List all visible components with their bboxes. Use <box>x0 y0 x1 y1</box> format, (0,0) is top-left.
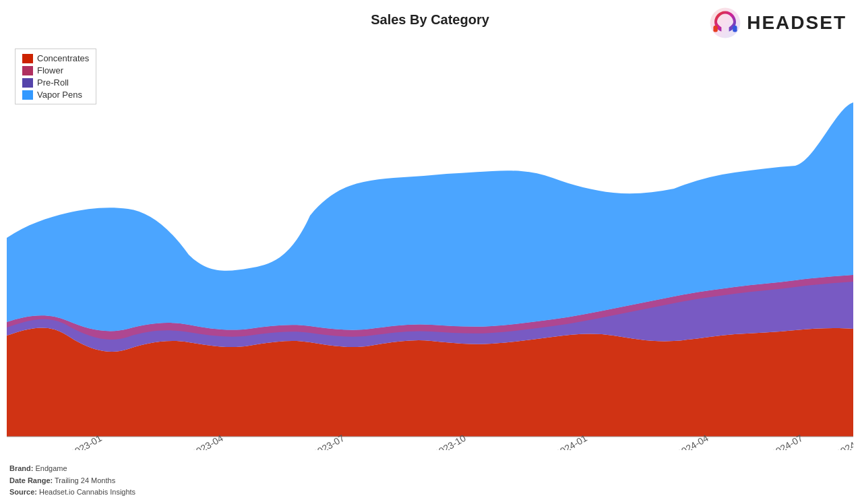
chart-svg-container: 2023-01 2023-04 2023-07 2023-10 2024-01 … <box>7 46 853 450</box>
chart-legend: Concentrates Flower Pre-Roll Vapor Pens <box>15 49 96 104</box>
brand-value: Endgame <box>36 464 67 472</box>
concentrates-label: Concentrates <box>37 53 89 63</box>
brand-line: Brand: Endgame <box>9 463 135 475</box>
legend-item-vaporpens: Vapor Pens <box>22 90 89 100</box>
date-range-label: Date Range: <box>9 476 53 484</box>
source-label: Source: <box>9 488 37 496</box>
source-value: Headset.io Cannabis Insights <box>39 488 135 496</box>
brand-label: Brand: <box>9 464 33 472</box>
source-line: Source: Headset.io Cannabis Insights <box>9 486 135 499</box>
concentrates-swatch <box>22 54 33 63</box>
svg-rect-1 <box>714 26 718 32</box>
logo-area: HEADSET <box>709 7 847 39</box>
headset-logo-icon <box>709 7 741 39</box>
vaporpens-swatch <box>22 90 33 100</box>
legend-item-preroll: Pre-Roll <box>22 77 89 88</box>
area-chart: 2023-01 2023-04 2023-07 2023-10 2024-01 … <box>7 46 853 450</box>
flower-label: Flower <box>37 65 63 75</box>
svg-rect-2 <box>733 26 737 32</box>
preroll-label: Pre-Roll <box>37 77 69 88</box>
footer-info: Brand: Endgame Date Range: Trailing 24 M… <box>9 463 135 499</box>
legend-item-concentrates: Concentrates <box>22 53 89 63</box>
vaporpens-label: Vapor Pens <box>37 90 82 100</box>
logo-text: HEADSET <box>747 12 847 34</box>
flower-swatch <box>22 66 33 75</box>
date-range-value: Trailing 24 Months <box>55 476 115 484</box>
date-range-line: Date Range: Trailing 24 Months <box>9 475 135 487</box>
legend-item-flower: Flower <box>22 65 89 75</box>
chart-title: Sales By Category <box>371 12 489 28</box>
preroll-swatch <box>22 78 33 88</box>
page-container: HEADSET Sales By Category Concentrates F… <box>0 0 860 504</box>
